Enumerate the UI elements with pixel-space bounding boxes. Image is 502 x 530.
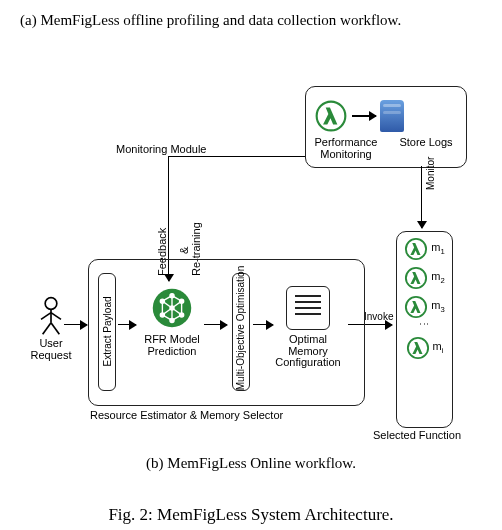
svg-line-6 bbox=[51, 323, 59, 335]
multi-objective-label: Multi-Objective Optimisation bbox=[236, 274, 247, 390]
diagram-online-workflow: Monitoring Module Performance Monitoring… bbox=[28, 86, 478, 446]
optimal-memory-label: Optimal Memory Configuration bbox=[275, 334, 341, 369]
monitor-arrow bbox=[421, 166, 422, 228]
lambda-icon bbox=[406, 336, 430, 360]
arrow-user-to-box bbox=[64, 324, 87, 325]
feedback-label2: & bbox=[178, 247, 190, 254]
performance-monitoring-label: Performance Monitoring bbox=[314, 137, 379, 160]
svg-line-5 bbox=[43, 323, 51, 335]
lambda-icon bbox=[404, 295, 428, 319]
figure-caption: Fig. 2: MemFigLess System Architecture. bbox=[0, 505, 502, 525]
lambda-icon bbox=[314, 99, 348, 133]
svg-point-1 bbox=[45, 298, 57, 310]
svg-line-4 bbox=[51, 313, 61, 320]
memory-mi-label: mi bbox=[433, 340, 444, 355]
connector-line bbox=[168, 156, 305, 157]
rfr-label: RFR Model Prediction bbox=[142, 334, 202, 357]
estimator-label: Resource Estimator & Memory Selector bbox=[90, 409, 283, 421]
user-icon bbox=[34, 296, 68, 336]
lambda-icon bbox=[404, 237, 428, 261]
invoke-label: Invoke bbox=[364, 311, 393, 322]
svg-line-3 bbox=[41, 313, 51, 320]
arrow-icon bbox=[352, 115, 376, 117]
database-icon bbox=[380, 100, 404, 132]
memory-m3-label: m3 bbox=[431, 299, 444, 314]
monitoring-module-label: Monitoring Module bbox=[116, 143, 207, 155]
caption-b: (b) MemFigLess Online workflow. bbox=[0, 455, 502, 472]
caption-a: (a) MemFigLess offline profiling and dat… bbox=[20, 10, 482, 30]
monitoring-module-box: Performance Monitoring Store Logs bbox=[305, 86, 467, 168]
lambda-icon bbox=[404, 266, 428, 290]
monitor-label: Monitor bbox=[425, 157, 436, 190]
ellipsis-icon: ⋮ bbox=[419, 319, 430, 331]
selected-function-label: Selected Function bbox=[373, 429, 461, 441]
memory-m1-label: m1 bbox=[431, 241, 444, 256]
multi-objective-box: Multi-Objective Optimisation bbox=[232, 273, 250, 391]
memory-m2-label: m2 bbox=[431, 270, 444, 285]
brain-icon bbox=[150, 286, 194, 330]
user-request-label: User Request bbox=[28, 338, 74, 361]
document-icon bbox=[286, 286, 330, 330]
extract-payload-box: Extract Payload bbox=[98, 273, 116, 391]
extract-payload-label: Extract Payload bbox=[102, 274, 113, 390]
selected-function-box: m1 m2 m3 ⋮ bbox=[396, 231, 453, 428]
